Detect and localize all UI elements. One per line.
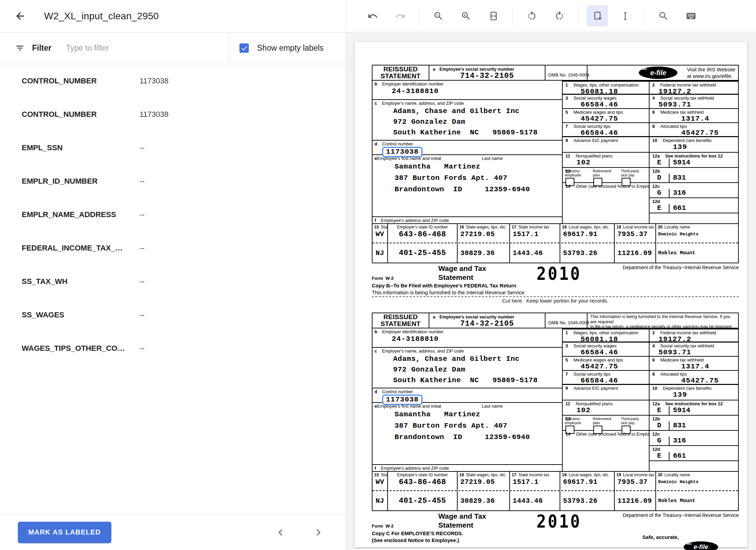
rotate-left-button[interactable] (521, 5, 542, 27)
label-row[interactable]: SS_WAGES-- (0, 298, 346, 332)
back-button[interactable] (12, 9, 28, 24)
box-3-value: 66584.46 (563, 348, 649, 356)
keyboard-button[interactable] (680, 5, 702, 27)
copy-designation-line1: Copy C For EMPLOYEE'S RECORDS. (372, 530, 463, 536)
label-row[interactable]: CONTROL_NUMBER1173038 (0, 98, 346, 131)
box-f-address-label: fEmployee's address and ZIP code (372, 465, 562, 471)
previous-document-button[interactable] (274, 526, 287, 539)
box-c-prefix: c (375, 348, 377, 354)
employee-name: Samantha Martinez (375, 161, 562, 172)
box-row-1-2: 1Wages, tips, other compensation 56081.1… (563, 81, 738, 95)
box-7-label: 7Social security tips (563, 371, 649, 377)
app-root: W2_XL_input_clean_2950 Filter Show empty… (0, 0, 756, 550)
box-column-filler (563, 461, 738, 471)
box-6-label: 6Medicare tax withheld (650, 110, 738, 115)
label-name: EMPLR_NAME_ADDRESS (22, 210, 140, 219)
box-7-value: 66584.46 (563, 377, 649, 385)
text-cursor-button[interactable] (614, 5, 636, 27)
box-8-num: 8 (652, 371, 655, 377)
zoom-out-icon (433, 11, 444, 21)
copy-designation-line2: (See enclosed Notice to Employee.) (372, 537, 459, 543)
state-col: 15State WV (372, 472, 388, 490)
state-id-1: 643-86-468 (388, 478, 457, 487)
box-f-prefix: f (375, 218, 376, 223)
redo-button[interactable] (389, 5, 411, 27)
box-1-num: 1 (565, 330, 568, 335)
label-row[interactable]: WAGES_TIPS_OTHER_CO…-- (0, 332, 346, 365)
box-12a-num: 12a (652, 153, 660, 159)
label-row[interactable]: CONTROL_NUMBER1173038 (0, 64, 346, 98)
label-value: -- (140, 143, 145, 152)
box-d-text: Control number (382, 389, 413, 394)
box-c-text: Employer's name, address, and ZIP code (382, 101, 464, 106)
search-button[interactable] (653, 5, 674, 27)
zoom-out-button[interactable] (428, 5, 449, 27)
employer-street: 972 Gonzalez Dam (375, 116, 562, 127)
box-6: 6Medicare tax withheld 1317.4 (649, 357, 738, 371)
filter-right: Show empty labels (229, 32, 346, 64)
box-e-employee-name: eEmployee's first name and initial Last … (372, 403, 562, 465)
filter-icon (15, 43, 24, 53)
box-d-control-number: dControl number 1173038 (372, 388, 562, 403)
region-select-button[interactable] (587, 5, 608, 27)
box-b-label: bEmployer identification number (375, 81, 562, 86)
box-2-num: 2 (652, 330, 655, 335)
box-11-value: 102 (563, 159, 649, 166)
label-row[interactable]: SS_TAX_WH-- (0, 265, 346, 298)
state-tax-1: 1517.1 (510, 478, 560, 486)
box-a-prefix: a (433, 67, 435, 72)
w2-form-copy-b: REISSUED STATEMENT aEmployee's social se… (372, 65, 739, 292)
show-empty-labels-checkbox[interactable] (239, 43, 249, 53)
state-id-col: 401-25-455 (388, 491, 458, 510)
undo-button[interactable] (362, 5, 383, 27)
box-12b-code: D (650, 421, 669, 430)
retirement-label2: plan (593, 421, 617, 425)
footer-safe-accurate-block: Safe, accurate, FAST! Use IRSe-file (642, 521, 718, 550)
mark-as-labeled-button[interactable]: MARK AS LABELED (18, 522, 111, 543)
omb-number: OMB No. 1545-0008 (545, 65, 588, 80)
box-1: 1Wages, tips, other compensation 56081.1… (563, 329, 649, 343)
box-row-5-6: 5Medicare wages and tips 45427.75 6Medic… (563, 109, 738, 123)
document-canvas[interactable]: REISSUED STATEMENT aEmployee's social se… (346, 32, 756, 550)
label-name: CONTROL_NUMBER (22, 110, 140, 119)
label-row[interactable]: EMPL_SSN-- (0, 131, 346, 164)
box-6-text: Medicare tax withheld (660, 110, 704, 115)
col-17-header: 17State income tax (510, 472, 560, 477)
label-value: -- (140, 244, 145, 253)
box-12c-line: G 316 (650, 189, 738, 197)
label-row[interactable]: FEDERAL_INCOME_TAX_…-- (0, 231, 346, 265)
filler-right (649, 213, 738, 223)
rotate-right-button[interactable] (549, 5, 570, 27)
filter-left: Filter (0, 32, 228, 64)
box-12d-code: E (650, 452, 669, 460)
box-f-prefix: f (375, 466, 376, 471)
fit-to-box-button[interactable] (483, 5, 504, 27)
treasury-dept-text: Department of the Treasury--Internal Rev… (623, 265, 739, 270)
box-12c-label: 12c (650, 431, 738, 437)
w2-numbered-boxes: 1Wages, tips, other compensation 56081.1… (563, 328, 738, 471)
filter-input[interactable] (66, 43, 228, 53)
box-12a-text: See instructions for box 12 (665, 153, 723, 159)
label-row[interactable]: EMPLR_ID_NUMBER-- (0, 164, 346, 198)
label-name: SS_TAX_WH (22, 277, 140, 286)
filter-label: Filter (32, 43, 51, 53)
col-16-header: 16State wages, tips, etc. (458, 224, 509, 230)
cut-dash-line (372, 296, 739, 297)
locality-col: Robles Mount (656, 243, 738, 263)
col-19-num: 19 (616, 225, 621, 230)
next-document-button[interactable] (312, 526, 325, 539)
state-wages-1: 27219.05 (458, 230, 509, 238)
zoom-in-button[interactable] (455, 5, 477, 27)
box-row-12d: 12d E 661 (563, 198, 738, 213)
chevron-left-icon (274, 526, 287, 539)
box-c-text: Employer's name, address, and ZIP code (382, 348, 464, 354)
pager (274, 526, 325, 539)
box-4: 4Social security tax withheld 5093.71 (649, 95, 738, 109)
document-page[interactable]: REISSUED STATEMENT aEmployee's social se… (355, 42, 747, 547)
label-row[interactable]: EMPLR_NAME_ADDRESS-- (0, 198, 346, 231)
box-6-label: 6Medicare tax withheld (650, 357, 738, 363)
col-19-header: 19Local income tax (615, 472, 655, 477)
box-4-text: Social security tax withheld (660, 95, 714, 101)
state-tax-col: 17State income tax 1517.1 (510, 472, 560, 490)
box-11-text: Nonqualified plans (576, 401, 613, 406)
